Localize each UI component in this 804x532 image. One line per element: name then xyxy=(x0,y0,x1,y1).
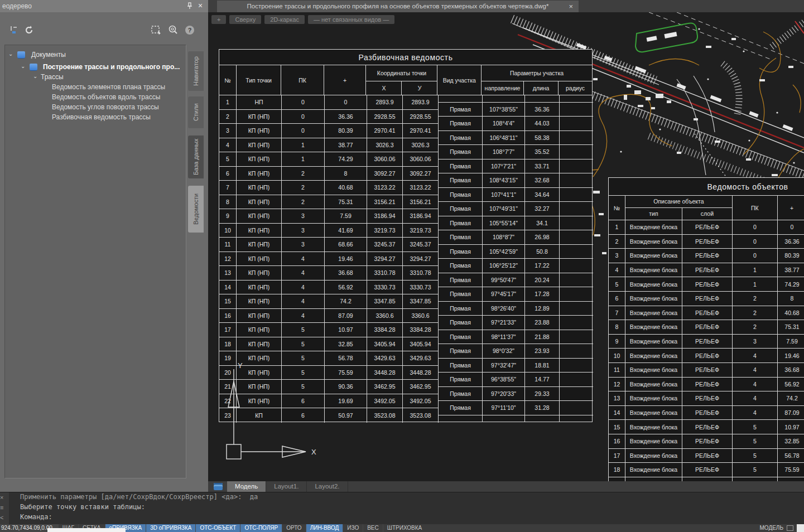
cell: 12 xyxy=(609,378,625,391)
tree-node-documents[interactable]: ⌄ Документы xyxy=(5,50,186,60)
cell: 13 xyxy=(219,266,237,280)
stakeout-table-title: Разбивочная ведомость xyxy=(219,50,592,65)
status-toggle-3d опривязка[interactable]: 3D оПРИВЯЗКА xyxy=(146,524,195,532)
tree-leaf[interactable]: Ведомость углов поворота трассы xyxy=(5,102,186,112)
tree-leaf[interactable]: Ведомость элементов плана трассы xyxy=(5,82,186,92)
cell: РЕЛЬЕФ xyxy=(682,463,733,477)
document-icon xyxy=(17,51,25,58)
chevron-down-icon[interactable]: ⌄ xyxy=(8,49,13,59)
cell: 3448.28 xyxy=(403,366,439,380)
cell: 56.92 xyxy=(325,280,367,294)
cell: 3330.73 xyxy=(403,280,439,294)
status-toggle-отс-объект[interactable]: ОТС-ОБЪЕКТ xyxy=(195,524,240,532)
cell: 23.93 xyxy=(525,344,560,358)
status-toggle-штриховка[interactable]: ШТРИХОВКА xyxy=(383,524,426,532)
layout-tab-1[interactable]: Модель xyxy=(227,481,266,492)
cell: Вхождение блока xyxy=(625,235,682,249)
table-row: 3КП (НП)080.392970.412970.41 xyxy=(219,124,439,138)
viewport-button-3[interactable]: 2D-каркас xyxy=(264,15,305,24)
workspace-icon[interactable] xyxy=(787,525,793,531)
document-tab-title: Построение трассы и продольного профиля … xyxy=(247,3,549,9)
layout-tabbar: МодельLayout1.Layout2. xyxy=(208,481,804,492)
panel-tab-4[interactable]: Ведомости xyxy=(188,186,204,233)
cell: 0 xyxy=(325,95,367,109)
svg-text:?: ? xyxy=(188,27,192,33)
cell: 87.09 xyxy=(778,406,804,420)
cell: 2 xyxy=(733,292,778,306)
refresh-icon[interactable] xyxy=(23,25,35,36)
segment-row: Прямая107°49'31"32.27 xyxy=(439,202,593,216)
panel-tab-1[interactable]: Навигатор xyxy=(188,51,204,91)
table-row: 7Вхождение блокаРЕЛЬЕФ240.68 xyxy=(609,306,804,321)
tree-leaf[interactable]: Ведомость объектов вдоль трассы xyxy=(5,92,186,102)
cell: 4 xyxy=(282,294,325,308)
command-line-text: Применить параметры [да/нет/СохрВдок/Сох… xyxy=(20,493,258,501)
cell: Прямая xyxy=(439,273,483,287)
chevron-down-icon[interactable]: ⌄ xyxy=(21,61,25,71)
cell: 9 xyxy=(609,335,625,349)
command-line-text: Выберите точку вставки таблицы: xyxy=(20,503,145,511)
cell: 97°21'33" xyxy=(483,316,525,330)
cell: Вхождение блока xyxy=(625,391,682,405)
panel-tab-3[interactable]: База данных xyxy=(188,136,204,178)
cell: Прямая xyxy=(439,302,483,316)
status-toggle-отс-поляр[interactable]: ОТС-ПОЛЯР xyxy=(240,524,282,532)
cell: Вхождение блока xyxy=(625,378,682,391)
document-tab[interactable]: Построение трассы и продольного профиля … xyxy=(217,1,579,12)
status-toggle-орто[interactable]: ОРТО xyxy=(282,524,305,532)
tree-node-trassy[interactable]: ⌄ Трассы xyxy=(5,72,186,82)
viewport-button-2[interactable]: Сверху xyxy=(229,15,261,24)
status-toggle-вес[interactable]: ВЕС xyxy=(363,524,383,532)
col-header: ПК xyxy=(733,196,778,220)
cell: 21.88 xyxy=(525,330,560,344)
select-area-icon[interactable] xyxy=(151,25,162,36)
table-row: 7КП (НП)240.683123.223123.22 xyxy=(219,181,439,195)
segment-row: Прямая107°41'1"34.64 xyxy=(439,188,593,202)
cell: 0 xyxy=(282,95,325,109)
tree-leaves: Ведомость элементов плана трассыВедомост… xyxy=(5,82,186,122)
layout-tab-2[interactable]: Layout1. xyxy=(266,481,307,492)
cell: РЕЛЬЕФ xyxy=(682,335,733,349)
cell: Прямая xyxy=(439,316,483,330)
panel-tab-2[interactable]: Стили xyxy=(188,96,204,128)
segment-row: Прямая105°55'14"34.1 xyxy=(439,216,593,231)
tree-node-document[interactable]: ⌄ Построение трассы и продольного про... xyxy=(5,62,186,72)
layout-tab-3[interactable]: Layout2. xyxy=(307,481,348,492)
cell: 18 xyxy=(219,337,237,351)
chevron-down-icon[interactable]: ⌄ xyxy=(33,71,37,81)
cell xyxy=(778,477,804,481)
cell: 2 xyxy=(219,110,237,124)
status-toggle-лин-ввод[interactable]: ЛИН-ВВОД xyxy=(306,524,343,532)
segment-half-row xyxy=(439,415,593,423)
document-tabbar: Построение трассы и продольного профиля … xyxy=(208,0,804,12)
cell xyxy=(483,415,525,423)
cell: 3245.37 xyxy=(403,238,439,252)
viewport-button-1[interactable]: + xyxy=(211,15,226,24)
cell: 32.27 xyxy=(525,202,560,216)
command-line-panel[interactable]: ×≡< Применить параметры [да/нет/СохрВдок… xyxy=(0,492,804,524)
cell: РЕЛЬЕФ xyxy=(682,363,733,377)
track-selection-icon[interactable] xyxy=(9,25,20,36)
cell: РЕЛЬЕФ xyxy=(682,292,733,306)
cell xyxy=(525,415,560,423)
cell: 2928.55 xyxy=(403,110,439,124)
close-icon[interactable]: × xyxy=(569,1,573,12)
cell: 12 xyxy=(219,252,237,266)
status-toggle-изо[interactable]: ИЗО xyxy=(343,524,363,532)
tree-leaf[interactable]: Разбивочная ведомость трассы xyxy=(5,112,186,122)
close-icon[interactable]: × xyxy=(196,1,204,11)
cell: 12.89 xyxy=(525,302,560,316)
viewport-button-4[interactable]: — нет связанных видов — xyxy=(308,15,394,24)
cell: 8 xyxy=(609,320,625,334)
table-row: 8КП (НП)275.313156.213156.21 xyxy=(219,195,439,210)
command-strip-icons[interactable]: ×≡< xyxy=(0,492,9,525)
cell: 2893.9 xyxy=(403,95,439,109)
cell: 38.77 xyxy=(778,263,804,277)
model-space-indicator[interactable]: МОДЕЛЬ xyxy=(760,524,786,532)
sheet-list-icon[interactable] xyxy=(214,483,223,490)
table-row: 11Вхождение блокаРЕЛЬЕФ436.68 xyxy=(609,363,804,378)
pin-icon[interactable] xyxy=(186,2,194,9)
drawing-canvas[interactable]: +Сверху2D-каркас— нет связанных видов — xyxy=(208,12,804,481)
help-icon[interactable]: ? xyxy=(184,25,195,36)
zoom-selection-icon[interactable] xyxy=(167,25,179,36)
